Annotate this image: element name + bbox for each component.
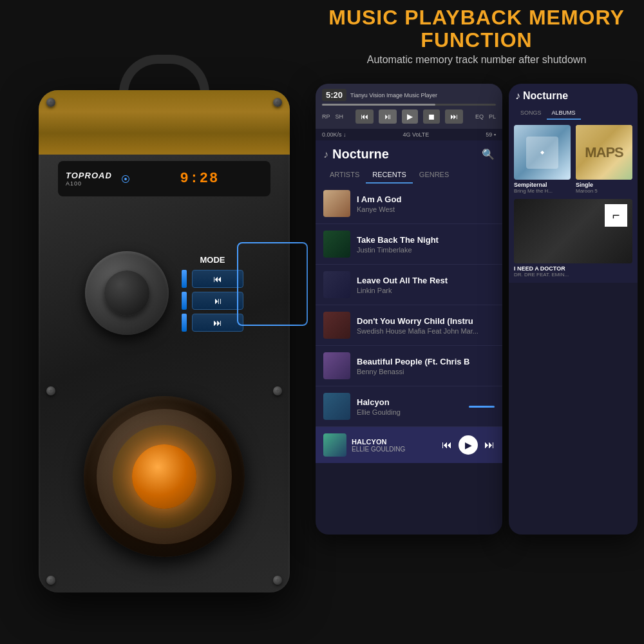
album-label-1: Sempiternal <box>514 182 571 188</box>
prev-button[interactable]: ⏮ <box>192 270 243 288</box>
song-artist-5: Benny Benassi <box>357 368 495 375</box>
song-thumb-1 <box>323 190 350 217</box>
pl-label: PL <box>489 113 496 120</box>
album-sub-3: DR. DRE FEAT. EMIN... <box>514 272 632 278</box>
time-display: 9:28 <box>137 171 263 187</box>
media-stop-btn[interactable]: ◼ <box>423 109 440 124</box>
album-label-3: I NEED A DOCTOR <box>514 265 632 272</box>
now-playing-title: HALCYON <box>352 438 437 446</box>
music-app-title: ♪ Nocturne 🔍 <box>323 147 495 162</box>
screw-tl <box>46 98 55 107</box>
media-progress-fill <box>322 104 435 106</box>
album-card-3[interactable]: ⌐ I NEED A DOCTOR DR. DRE FEAT. EMIN... <box>514 199 632 278</box>
media-bar-title: Tianyu Vision Image Music Player <box>350 92 496 99</box>
album-card-1[interactable]: ◆ Sempiternal Bring Me the H... <box>514 125 571 194</box>
album-card-3-wrap: ⌐ I NEED A DOCTOR DR. DRE FEAT. EMIN... <box>509 199 638 283</box>
volume-knob[interactable] <box>85 251 169 335</box>
next-row: ⏭ <box>182 314 243 332</box>
tab-artists[interactable]: ARTISTS <box>323 167 366 184</box>
status-center: 4G VoLTE <box>402 131 429 138</box>
song-item-3[interactable]: Leave Out All The Rest Linkin Park <box>316 265 502 305</box>
phone-status-bar: 0.00K/s ↓ 4G VoLTE 59 ▪ <box>316 129 502 140</box>
media-progress-bar <box>322 104 496 106</box>
song-info-2: Take Back The Night Justin Timberlake <box>357 235 495 254</box>
screw-br <box>273 576 282 585</box>
sh-label: SH <box>336 113 344 120</box>
album-sub-2: Maroon 5 <box>576 188 632 194</box>
song-thumb-6 <box>323 393 350 420</box>
screw-tr <box>273 98 282 107</box>
song-item-2[interactable]: Take Back The Night Justin Timberlake <box>316 224 502 265</box>
tab-genres[interactable]: GENRES <box>413 167 455 184</box>
page-title: MUSIC PLAYBACK MEMORY FUNCTION <box>316 6 638 52</box>
song-item-4[interactable]: Don't You Worry Child (Instru Swedish Ho… <box>316 305 502 346</box>
media-pause-btn[interactable]: ⏯ <box>379 109 397 124</box>
np-controls: ⏮ ▶ ⏭ <box>442 435 495 455</box>
search-icon[interactable]: 🔍 <box>482 148 495 160</box>
music-note-icon: ♪ <box>323 149 328 160</box>
song-thumb-2 <box>323 231 350 258</box>
playpause-row: ⏯ <box>182 292 243 310</box>
playpause-button[interactable]: ⏯ <box>192 292 243 310</box>
screw-mr <box>273 386 282 395</box>
song-artist-2: Justin Timberlake <box>357 246 495 254</box>
handle-arch <box>119 55 209 93</box>
brand-area: TOPROAD A100 <box>66 171 112 187</box>
eq-label: EQ <box>475 113 484 120</box>
np-next-btn[interactable]: ⏭ <box>484 439 495 451</box>
song-info-6: Halcyon Ellie Goulding <box>357 397 462 416</box>
song-artist-4: Swedish House Mafia Feat John Mar... <box>357 327 495 335</box>
tab-albums[interactable]: ALBUMS <box>547 107 581 120</box>
center-controls: ⏮ ⏯ ▶ ◼ ⏭ <box>355 109 463 124</box>
song-title-4: Don't You Worry Child (Instru <box>357 316 495 326</box>
page-subtitle: Automatic memory track number after shut… <box>316 54 638 66</box>
media-time-row: 5:20 Tianyu Vision Image Music Player <box>322 89 496 101</box>
phone-right-tabs: SONGS ALBUMS <box>515 107 631 120</box>
media-next-btn[interactable]: ⏭ <box>445 109 463 124</box>
phone-left: 5:20 Tianyu Vision Image Music Player RP… <box>316 84 502 535</box>
song-thumb-4 <box>323 312 350 339</box>
woofer-outer <box>84 396 245 557</box>
media-prev-btn[interactable]: ⏮ <box>355 109 374 124</box>
np-play-btn[interactable]: ▶ <box>459 435 478 455</box>
album-card-2[interactable]: MAPS Single Maroon 5 <box>576 125 632 194</box>
right-controls: EQ PL <box>475 113 496 120</box>
song-info-3: Leave Out All The Rest Linkin Park <box>357 276 495 294</box>
next-button[interactable]: ⏭ <box>192 314 243 332</box>
tab-recents[interactable]: RECENTS <box>366 167 413 184</box>
speaker-body: TOPROAD A100 ⦿ 9:28 MODE ⏮ <box>39 90 290 592</box>
song-item-6[interactable]: Halcyon Ellie Goulding <box>316 386 502 427</box>
wood-panel <box>39 90 290 155</box>
tab-songs[interactable]: SONGS <box>515 107 547 120</box>
album-grid: ◆ Sempiternal Bring Me the H... MAPS Sin… <box>509 120 638 199</box>
phone-right: ♪ Nocturne SONGS ALBUMS ◆ Sempiternal Br… <box>509 84 638 535</box>
song-item-5[interactable]: Beautiful People (Ft. Chris B Benny Bena… <box>316 346 502 386</box>
media-play-btn[interactable]: ▶ <box>402 109 418 124</box>
phone-right-title: ♪ Nocturne <box>515 90 631 102</box>
song-item-1[interactable]: I Am A God Kanye West <box>316 184 502 224</box>
phone-right-note-icon: ♪ <box>515 90 520 102</box>
now-playing-bar: HALCYON ELLIE GOULDING ⏮ ▶ ⏭ <box>316 427 502 463</box>
phone-right-header: ♪ Nocturne SONGS ALBUMS <box>509 84 638 120</box>
media-controls: RP SH ⏮ ⏯ ▶ ◼ ⏭ EQ PL <box>322 109 496 124</box>
header-section: MUSIC PLAYBACK MEMORY FUNCTION Automatic… <box>316 6 638 66</box>
pp-indicator <box>182 292 187 310</box>
woofer-section <box>52 386 277 567</box>
album-art-2: MAPS <box>576 125 632 180</box>
np-prev-btn[interactable]: ⏮ <box>442 439 452 451</box>
song-thumb-5 <box>323 352 350 379</box>
song-artist-3: Linkin Park <box>357 287 495 294</box>
song-artist-6: Ellie Goulding <box>357 408 462 416</box>
song-title-2: Take Back The Night <box>357 235 495 245</box>
woofer-ring1 <box>97 409 232 544</box>
screw-bl <box>46 576 55 585</box>
music-tabs: ARTISTS RECENTS GENRES <box>323 167 495 184</box>
song-info-1: I Am A God Kanye West <box>357 194 495 213</box>
display-panel: TOPROAD A100 ⦿ 9:28 <box>58 161 270 196</box>
knob-inner <box>104 270 149 316</box>
album-label-2: Single <box>576 182 632 188</box>
blue-outline-decoration <box>237 242 308 326</box>
button-panel: MODE ⏮ ⏯ ⏭ <box>182 255 243 332</box>
rp-label: RP <box>322 113 330 120</box>
now-playing-info: HALCYON ELLIE GOULDING <box>352 438 437 453</box>
